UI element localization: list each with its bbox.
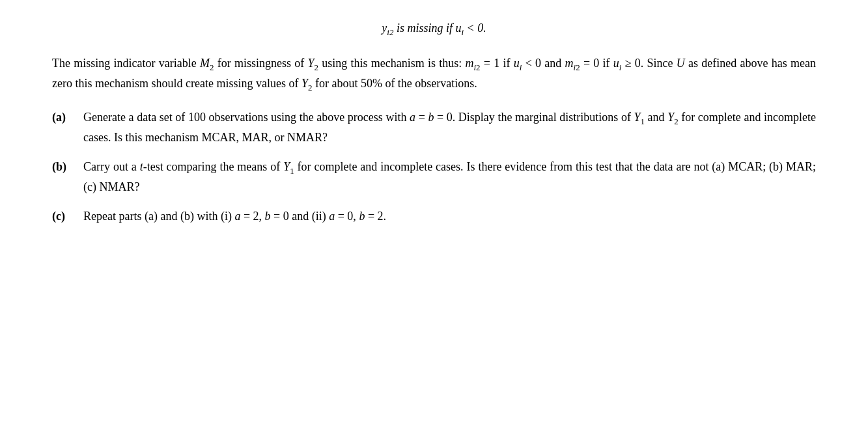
list-item-c: (c) Repeat parts (a) and (b) with (i) a … xyxy=(52,207,816,226)
main-paragraph: The missing indicator variable M2 for mi… xyxy=(52,54,816,95)
item-content-b: Carry out a t-test comparing the means o… xyxy=(83,158,816,197)
item-label-b: (b) xyxy=(52,158,83,197)
display-formula: yi2 is missing if ui < 0. xyxy=(52,20,816,38)
exercise-list: (a) Generate a data set of 100 observati… xyxy=(52,108,816,226)
item-label-a: (a) xyxy=(52,108,83,147)
item-label-c: (c) xyxy=(52,207,83,226)
item-content-a: Generate a data set of 100 observations … xyxy=(83,108,816,147)
item-content-c: Repeat parts (a) and (b) with (i) a = 2,… xyxy=(83,207,816,226)
list-item-b: (b) Carry out a t-test comparing the mea… xyxy=(52,158,816,197)
list-item-a: (a) Generate a data set of 100 observati… xyxy=(52,108,816,147)
